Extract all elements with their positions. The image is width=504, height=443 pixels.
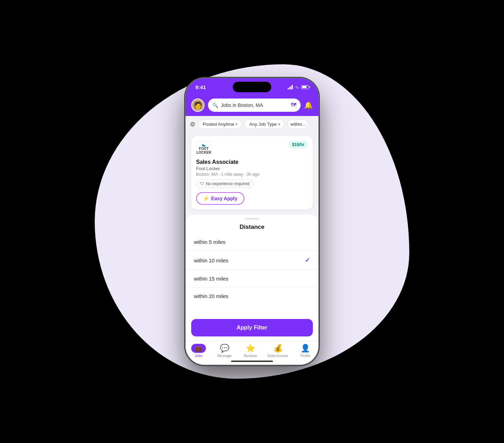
distance-option-15miles[interactable]: within 15 miles <box>186 270 318 288</box>
tab-reviews-label: Reviews <box>244 354 257 358</box>
lightning-icon: ⚡ <box>203 196 209 201</box>
distance-option-5miles[interactable]: within 5 miles <box>186 233 318 251</box>
apply-filter-button[interactable]: Apply Filter <box>191 319 313 336</box>
signal-icon <box>288 85 293 89</box>
tab-reviews[interactable]: ⭐ Reviews <box>242 344 259 358</box>
tab-jobs[interactable]: 💼 Jobs <box>190 344 207 358</box>
distance-options: within 5 miles within 10 miles ✓ within … <box>186 232 318 316</box>
distance-chip-label: within... <box>290 122 306 127</box>
notification-bell-icon[interactable]: 🔔 <box>304 101 313 109</box>
wifi-icon: ∿ <box>295 85 299 90</box>
sheet-handle <box>245 218 259 219</box>
app-header: 🧑 🔍 Jobs in Boston, MA 🗺 🔔 <box>186 96 318 116</box>
search-bar[interactable]: 🔍 Jobs in Boston, MA 🗺 <box>208 99 301 112</box>
posted-anytime-chip[interactable]: Posted Anytime ▾ <box>198 119 242 129</box>
status-bar: 9:41 ∿ <box>186 78 318 96</box>
salary-badge: $18/hr <box>289 141 308 148</box>
phone-wrapper: 9:41 ∿ 🧑 🔍 Jobs in Boston, MA <box>186 78 318 365</box>
status-time: 9:41 <box>195 84 206 90</box>
job-type-chip[interactable]: Any Job Type ▾ <box>245 119 285 129</box>
easy-apply-button[interactable]: ⚡ Easy Apply <box>196 192 244 205</box>
search-icon: 🔍 <box>212 102 218 108</box>
phone-screen: 9:41 ∿ 🧑 🔍 Jobs in Boston, MA <box>186 78 318 365</box>
job-meta: Boston, MA · 1 mile away · 3h ago <box>196 172 308 177</box>
search-input-value: Jobs in Boston, MA <box>221 102 288 108</box>
job-card[interactable]: 👟FOOTLOCKER $18/hr Sales Associate Foot … <box>191 136 313 210</box>
experience-badge: 🛡 No experience required <box>196 180 253 188</box>
distance-20miles-label: within 20 miles <box>194 293 228 299</box>
apply-filter-label: Apply Filter <box>237 325 267 331</box>
job-location: Boston, MA <box>196 172 217 177</box>
company-logo-text: 👟FOOTLOCKER <box>196 143 211 154</box>
battery-fill <box>302 86 307 88</box>
map-icon[interactable]: 🗺 <box>291 102 296 108</box>
distance-10miles-check-icon: ✓ <box>305 256 310 264</box>
job-meta-separator2: · <box>244 172 247 177</box>
tab-profile[interactable]: 👤 Profile <box>297 344 314 358</box>
tab-extra-income[interactable]: 💰 Extra Income <box>268 344 288 358</box>
filter-toggle-icon[interactable]: ⚙ <box>190 121 195 128</box>
tab-message[interactable]: 💬 Message <box>216 344 233 358</box>
distance-option-10miles[interactable]: within 10 miles ✓ <box>186 251 318 270</box>
jobs-icon: 💼 <box>191 344 206 353</box>
distance-15miles-label: within 15 miles <box>194 276 228 282</box>
tab-message-label: Message <box>217 354 232 358</box>
job-card-top: 👟FOOTLOCKER $18/hr <box>196 141 308 156</box>
exp-icon: 🛡 <box>200 181 204 186</box>
battery-icon <box>301 85 309 89</box>
distance-chip[interactable]: within... <box>287 119 308 129</box>
filter-row: ⚙ Posted Anytime ▾ Any Job Type ▾ within… <box>186 116 318 132</box>
message-icon: 💬 <box>220 344 229 353</box>
posted-anytime-arrow: ▾ <box>236 122 237 126</box>
tab-profile-label: Profile <box>301 354 310 358</box>
posted-anytime-label: Posted Anytime <box>203 122 234 127</box>
job-title: Sales Associate <box>196 159 308 165</box>
home-indicator <box>231 361 273 362</box>
distance-option-20miles[interactable]: within 20 miles <box>186 288 318 305</box>
exp-label: No experience required <box>206 181 250 186</box>
distance-10miles-label: within 10 miles <box>194 257 228 263</box>
job-card-area: 👟FOOTLOCKER $18/hr Sales Associate Foot … <box>186 132 318 213</box>
avatar[interactable]: 🧑 <box>191 99 204 112</box>
phone-frame: 9:41 ∿ 🧑 🔍 Jobs in Boston, MA <box>186 78 318 365</box>
status-icons: ∿ <box>288 85 309 90</box>
reviews-icon: ⭐ <box>246 344 255 353</box>
job-distance: 1 mile away <box>221 172 243 177</box>
job-type-label: Any Job Type <box>249 122 277 127</box>
distance-5miles-label: within 5 miles <box>194 239 225 245</box>
company-name: Foot Locker <box>196 166 308 171</box>
job-posted: 3h ago <box>247 172 260 177</box>
dynamic-island <box>233 82 271 92</box>
badge-row: 🛡 No experience required <box>196 180 308 188</box>
profile-icon: 👤 <box>301 344 310 353</box>
company-logo: 👟FOOTLOCKER <box>196 141 211 156</box>
tab-extra-income-label: Extra Income <box>268 354 288 358</box>
distance-bottom-sheet: Distance within 5 miles within 10 miles … <box>186 215 318 365</box>
distance-sheet-title: Distance <box>186 221 318 232</box>
job-type-arrow: ▾ <box>278 122 280 126</box>
tab-jobs-label: Jobs <box>195 354 202 358</box>
easy-apply-label: Easy Apply <box>211 196 237 201</box>
extra-income-icon: 💰 <box>273 344 283 353</box>
